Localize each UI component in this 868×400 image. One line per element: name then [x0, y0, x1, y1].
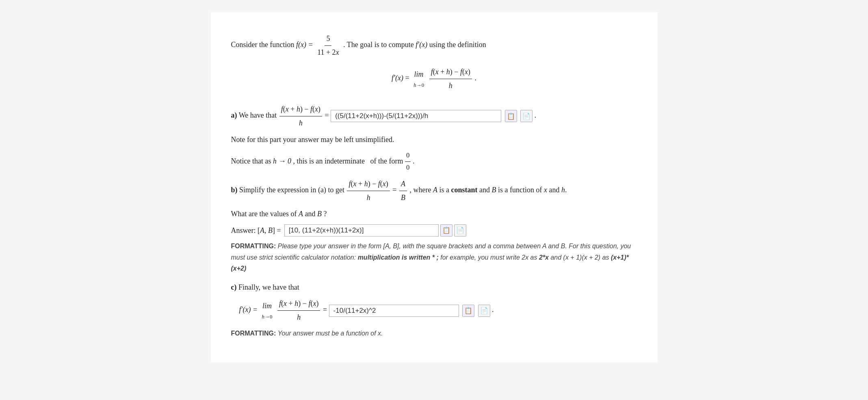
part-a-header: a) We have that f(x + h) − f(x) h = 📋 📄 …: [231, 103, 637, 129]
formatting-text-1: Please type your answer in the form [A, …: [231, 243, 631, 271]
part-a-input[interactable]: [331, 110, 501, 122]
def-fraction: f(x + h) − f(x) h: [429, 66, 472, 92]
lim-block: lim h→0: [413, 68, 424, 90]
part-c-equals: =: [323, 306, 329, 314]
part-c-num: f(x + h) − f(x): [277, 297, 320, 311]
indeterminate-text: , this is an indeterminate of the form: [293, 157, 405, 165]
where-text: , where A is a constant and B is a funct…: [409, 186, 567, 194]
part-b-header: b) Simplify the expression in (a) to get…: [231, 178, 637, 204]
equals-sign: =: [405, 74, 411, 82]
part-c-fraction: f(x + h) − f(x) h: [277, 297, 320, 323]
notice-text: Notice that as: [231, 157, 273, 165]
part-b-answer-row: Answer: [A, B] = 📋 📄: [231, 224, 637, 237]
part-b-den: h: [365, 191, 372, 204]
part-c-lim-sub: h→0: [262, 312, 273, 321]
main-fraction: 5 11 + 2x: [316, 32, 340, 58]
part-a-copy-icon[interactable]: 📋: [505, 110, 517, 122]
part-b-question: What are the values of A and B ?: [231, 208, 637, 220]
part-a-label: a): [231, 112, 237, 120]
function-expression: f(x) = 5 11 + 2x: [296, 41, 343, 49]
derivative-definition: f′(x) = lim h→0 f(x + h) − f(x) h .: [231, 66, 637, 92]
B-label: B: [399, 191, 407, 204]
part-a-text: We have that: [239, 112, 279, 120]
using-def-text: using the definition: [429, 41, 486, 49]
lim-subscript: h→0: [413, 81, 424, 90]
formatting-bold-2: FORMATTING:: [231, 330, 276, 337]
A-label: A: [399, 178, 407, 191]
part-c-fprime: f′(x) =: [239, 306, 260, 314]
part-c-text: Finally, we have that: [238, 283, 299, 291]
formatting-text-2: Your answer must be a function of x.: [278, 330, 383, 337]
main-container: Consider the function f(x) = 5 11 + 2x .…: [211, 12, 658, 362]
h-arrow: h → 0: [273, 157, 291, 165]
part-c-copy-icon[interactable]: 📋: [462, 305, 474, 317]
part-a-period: .: [535, 112, 537, 120]
def-period: .: [474, 74, 476, 82]
part-b-input[interactable]: [284, 224, 439, 237]
part-a-note: Note for this part your answer may be le…: [231, 133, 637, 146]
part-c-equation: f′(x) = lim h→0 f(x + h) − f(x) h = 📋 📄 …: [239, 297, 637, 323]
part-a-num: f(x + h) − f(x): [279, 103, 322, 116]
part-b-copy-icon[interactable]: 📋: [440, 224, 452, 237]
lim-label: lim: [414, 68, 424, 81]
fprime-label: f′(x): [416, 41, 429, 49]
zero-num: 0: [405, 150, 411, 162]
fraction-numerator: 5: [325, 32, 331, 46]
part-c-label: c): [231, 283, 237, 291]
fprime-def-label: f′(x): [392, 74, 403, 82]
part-a-equals: =: [325, 112, 331, 120]
zero-den: 0: [405, 162, 411, 174]
part-b-fraction: f(x + h) − f(x) h: [347, 178, 390, 204]
intro-text: Consider the function: [231, 41, 294, 49]
def-fraction-den: h: [447, 79, 454, 92]
part-c-paste-icon[interactable]: 📄: [478, 305, 490, 317]
part-b-num: f(x + h) − f(x): [347, 178, 390, 191]
header-intro: Consider the function f(x) = 5 11 + 2x .…: [231, 32, 637, 58]
def-fraction-num: f(x + h) − f(x): [429, 66, 472, 79]
notice-period: .: [413, 157, 415, 165]
formatting-bold-1: FORMATTING:: [231, 243, 276, 249]
fraction-denominator: 11 + 2x: [316, 46, 340, 59]
part-b-paste-icon[interactable]: 📄: [454, 224, 466, 237]
part-c-lim: lim h→0: [262, 300, 273, 321]
part-c-period: .: [492, 306, 494, 314]
AB-fraction: A B: [399, 178, 407, 204]
part-a-den: h: [297, 116, 304, 129]
part-a-notice: Notice that as h → 0 , this is an indete…: [231, 150, 637, 174]
answer-label: Answer: [A, B] =: [231, 224, 281, 237]
formatting-note-1: FORMATTING: Please type your answer in t…: [231, 241, 637, 274]
part-b-equals: =: [392, 186, 398, 194]
zero-fraction: 0 0: [405, 150, 411, 174]
part-b-text: Simplify the expression in (a) to get: [239, 186, 346, 194]
part-a-fraction: f(x + h) − f(x) h: [279, 103, 322, 129]
part-b-label: b): [231, 186, 238, 194]
part-c-input[interactable]: [329, 305, 459, 317]
formatting-note-2: FORMATTING: Your answer must be a functi…: [231, 328, 637, 339]
part-a-paste-icon[interactable]: 📄: [520, 110, 532, 122]
part-c-header: c) Finally, we have that: [231, 281, 637, 294]
part-c-lim-label: lim: [262, 300, 272, 312]
goal-text: . The goal is to compute: [343, 41, 414, 49]
part-c-den: h: [295, 311, 302, 324]
